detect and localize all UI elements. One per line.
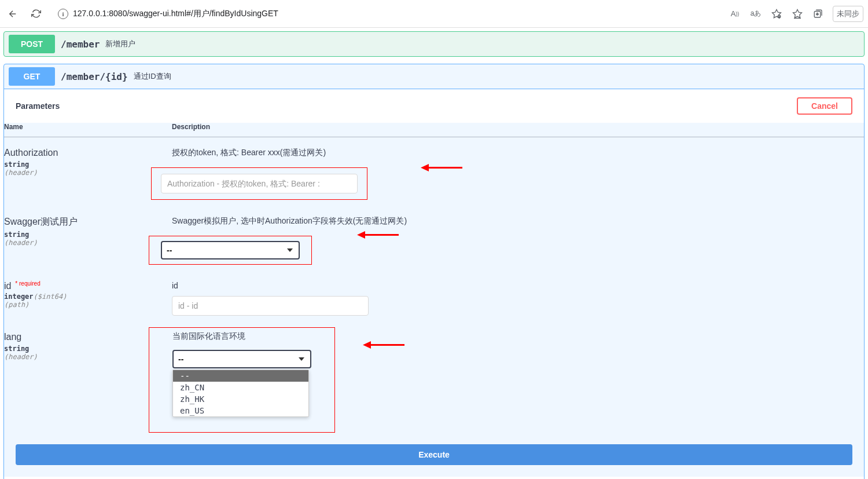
svg-text:+: + [816, 12, 819, 17]
param-type: integer [4, 292, 34, 301]
cancel-button[interactable]: Cancel [797, 97, 852, 115]
param-desc: 当前国际化语言环境 [172, 331, 334, 342]
browser-toolbar: i 127.0.0.1:8080/swagger-ui.html#/用户/fin… [0, 0, 868, 28]
authorization-input[interactable] [161, 174, 358, 193]
highlight-swagger-user: -- [149, 236, 312, 265]
param-in: (header) [4, 353, 172, 361]
url-text: 127.0.0.1:8080/swagger-ui.html#/用户/findB… [73, 9, 278, 19]
opblock-post-path: /member [61, 39, 100, 50]
lang-select-wrap: -- -- zh_CN zh_HK en_US [172, 350, 311, 368]
lang-select[interactable]: -- [172, 350, 311, 368]
param-in: (path) [4, 301, 172, 309]
parameters-title: Parameters [16, 101, 60, 111]
opblock-get-summary[interactable]: GET /member/{id} 通过ID查询 [4, 64, 864, 89]
arrow-icon [363, 341, 404, 349]
param-row-swagger-user: Swagger测试用户 string (header) Swagger模拟用户,… [4, 206, 864, 270]
url-bar[interactable]: i 127.0.0.1:8080/swagger-ui.html#/用户/fin… [51, 5, 722, 23]
param-required: * required [13, 280, 40, 287]
swagger-user-select-wrap: -- [161, 241, 300, 259]
param-type: string [4, 345, 172, 353]
param-row-id: id * required integer($int64) (path) id [4, 270, 864, 321]
col-header-name: Name [4, 123, 172, 137]
opblock-get: GET /member/{id} 通过ID查询 Parameters Cance… [3, 64, 865, 479]
param-desc: id [172, 281, 864, 290]
opblock-get-body: Parameters Cancel Name Description Autho… [4, 89, 864, 479]
highlight-authorization [151, 167, 367, 200]
param-type: string [4, 160, 172, 169]
method-badge-post: POST [9, 35, 55, 53]
svg-marker-3 [793, 9, 802, 17]
dropdown-item[interactable]: zh_CN [173, 382, 308, 393]
param-row-authorization: Authorization string (header) 授权的token, … [4, 137, 864, 206]
refresh-button[interactable] [28, 6, 44, 22]
dropdown-item[interactable]: -- [173, 370, 308, 382]
execute-button[interactable]: Execute [16, 444, 852, 465]
back-button[interactable] [5, 6, 21, 22]
param-format: ($int64) [34, 292, 67, 301]
param-name: Authorization [4, 148, 172, 158]
col-header-description: Description [172, 123, 864, 137]
param-type: string [4, 231, 172, 239]
method-badge-get: GET [9, 67, 55, 86]
sync-button[interactable]: 未同步 [833, 6, 863, 22]
lang-dropdown: -- zh_CN zh_HK en_US [172, 370, 309, 417]
opblock-get-desc: 通过ID查询 [134, 71, 171, 82]
param-desc: 授权的token, 格式: Bearer xxx(需通过网关) [172, 148, 864, 158]
toolbar-right: A)) aあ + + 未同步 [729, 6, 863, 22]
arrow-icon [357, 231, 399, 239]
opblock-get-path: /member/{id} [61, 71, 128, 82]
param-desc: Swagger模拟用户, 选中时Authorization字段将失效(无需通过网… [172, 216, 864, 226]
param-name: lang [4, 332, 172, 342]
param-name: Swagger测试用户 [4, 216, 172, 228]
id-input[interactable] [172, 296, 369, 316]
svg-text:+: + [778, 15, 780, 18]
swagger-container: POST /member 新增用户 GET /member/{id} 通过ID查… [0, 28, 868, 479]
dropdown-item[interactable]: en_US [173, 405, 308, 416]
dropdown-item[interactable]: zh_HK [173, 393, 308, 405]
arrow-icon [421, 164, 462, 171]
parameters-header: Parameters Cancel [4, 89, 864, 123]
info-icon: i [58, 9, 68, 19]
responses-header: Responses Response content type */* [4, 477, 864, 479]
opblock-post-summary[interactable]: POST /member 新增用户 [4, 32, 864, 56]
param-name: id [4, 281, 11, 291]
swagger-user-select[interactable]: -- [161, 241, 300, 259]
collections-icon[interactable]: + [812, 8, 825, 20]
favorites-list-icon[interactable] [791, 8, 804, 20]
favorite-icon[interactable]: + [770, 8, 783, 20]
opblock-post: POST /member 新增用户 [3, 31, 865, 57]
opblock-post-desc: 新增用户 [105, 39, 135, 49]
param-in: (header) [4, 169, 172, 177]
translate-icon[interactable]: aあ [749, 8, 762, 20]
param-row-lang: lang string (header) 当前国际化语言环境 -- [4, 321, 864, 438]
param-in: (header) [4, 239, 172, 247]
params-table: Name Description Authorization string (h… [4, 123, 864, 438]
highlight-lang: 当前国际化语言环境 -- -- zh_CN zh_HK [149, 327, 335, 433]
read-aloud-icon[interactable]: A)) [729, 8, 741, 20]
